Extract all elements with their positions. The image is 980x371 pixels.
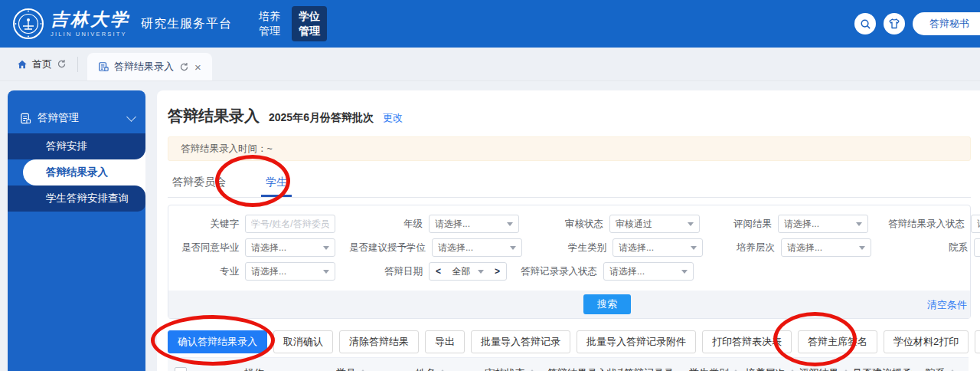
filter-footer: 搜索 清空条件 bbox=[168, 291, 970, 318]
col-audit-status[interactable]: 审核状态 bbox=[474, 358, 546, 371]
clear-defense-result-button[interactable]: 清除答辩结果 bbox=[339, 330, 419, 353]
sidebar-item-defense-arrangement[interactable]: 答辩安排 bbox=[8, 133, 145, 159]
filter-field-review-result: 评阅结果 请选择... bbox=[714, 215, 868, 233]
refresh-icon[interactable] bbox=[57, 59, 67, 69]
entry-time-notice: 答辩结果录入时间：~ bbox=[168, 136, 971, 161]
user-badge[interactable]: 答辩秘书 bbox=[913, 12, 980, 35]
filter-label: 答辩日期 bbox=[349, 265, 423, 278]
next-arrow[interactable]: > bbox=[495, 266, 500, 277]
active-route-tab[interactable]: 答辩结果录入 × bbox=[87, 53, 212, 80]
grade-select[interactable]: 请选择... bbox=[429, 215, 519, 233]
search-submit-button[interactable]: 搜索 bbox=[583, 294, 631, 314]
department-select[interactable]: 请选择... bbox=[974, 238, 980, 257]
col-suggest-degree[interactable]: 是否建议授予学位 bbox=[851, 358, 912, 371]
sidebar-item-student-defense-query[interactable]: 学生答辩安排查询 bbox=[8, 186, 145, 212]
filter-label: 是否同意毕业 bbox=[178, 241, 239, 254]
university-logo: 吉林大学 Jilin University bbox=[12, 8, 130, 40]
filter-label: 培养层次 bbox=[717, 241, 775, 254]
refresh-icon[interactable] bbox=[179, 62, 189, 72]
batch-import-attachments-button[interactable]: 批量导入答辩记录附件 bbox=[577, 330, 696, 353]
select-all-checkbox[interactable] bbox=[175, 367, 187, 371]
filter-field-keyword: 关键字 bbox=[178, 215, 335, 233]
university-name: 吉林大学 bbox=[51, 11, 130, 28]
confirm-result-entry-button[interactable]: 确认答辩结果录入 bbox=[168, 330, 267, 353]
export-button[interactable]: 导出 bbox=[425, 330, 465, 353]
tab-separator bbox=[77, 57, 78, 72]
col-record-entry[interactable]: 答辩记录录... bbox=[622, 358, 684, 371]
batch-label: 2025年6月份答辩批次 bbox=[269, 111, 374, 125]
col-name[interactable]: 姓名 bbox=[387, 358, 474, 371]
col-training-level[interactable]: 培养层次 bbox=[743, 358, 797, 371]
agree-graduate-select[interactable]: 请选择... bbox=[245, 238, 335, 257]
close-icon[interactable]: × bbox=[194, 61, 201, 73]
filter-label: 答辩结果录入状态 bbox=[882, 218, 965, 231]
header-right: 答辩秘书 bbox=[854, 12, 980, 35]
caret-down-icon bbox=[323, 270, 329, 274]
prev-arrow[interactable]: < bbox=[436, 266, 441, 277]
record-entry-status-select[interactable]: 请选择... bbox=[603, 262, 694, 281]
col-student-id[interactable]: 学号 bbox=[315, 358, 387, 371]
main-content: 答辩结果录入 2025年6月份答辩批次 更改 答辩结果录入时间：~ 答辩委员会 … bbox=[157, 90, 980, 371]
filter-label: 学生类别 bbox=[536, 241, 606, 254]
form-icon bbox=[98, 61, 109, 72]
chevron-down-icon bbox=[126, 112, 136, 122]
filter-label: 答辩记录录入状态 bbox=[521, 265, 597, 278]
search-button[interactable] bbox=[854, 13, 876, 34]
suggest-degree-select[interactable]: 请选择... bbox=[432, 238, 522, 257]
filter-panel: 关键字 年级 请选择... 审核状态 审核通过 bbox=[168, 205, 971, 319]
review-result-select[interactable]: 请选择... bbox=[778, 215, 868, 233]
caret-down-icon bbox=[688, 222, 694, 226]
select-all-header bbox=[168, 358, 194, 371]
filter-row: 是否同意毕业 请选择... 是否建议授予学位 请选择... 学生类别 bbox=[168, 238, 970, 257]
result-entry-status-select[interactable]: 请选择... bbox=[971, 215, 980, 233]
caret-down-icon bbox=[323, 246, 329, 250]
defense-result-entry-page: 吉林大学 Jilin University 研究生服务平台 培养 管理 学位 管… bbox=[0, 0, 980, 371]
tab-defense-committee[interactable]: 答辩委员会 bbox=[168, 169, 230, 197]
training-level-select[interactable]: 请选择... bbox=[781, 238, 871, 257]
caret-down-icon bbox=[856, 222, 862, 226]
sidebar-submenu: 答辩安排 答辩结果录入 学生答辩安排查询 bbox=[8, 133, 145, 212]
chair-signature-button[interactable]: 答辩主席签名 bbox=[798, 330, 877, 353]
home-tab[interactable]: 首页 bbox=[17, 57, 67, 71]
print-vote-form-button[interactable]: 打印答辩表决表 bbox=[702, 330, 792, 353]
degree-material2-print-button[interactable]: 学位材料2打印 bbox=[884, 330, 969, 353]
sidebar-group-defense-management[interactable]: 答辩管理 bbox=[8, 103, 145, 133]
caret-down-icon bbox=[478, 270, 484, 274]
home-icon bbox=[17, 59, 28, 70]
sidebar-item-defense-result-entry[interactable]: 答辩结果录入 bbox=[23, 159, 145, 186]
defense-record-form-button[interactable]: 答辩记录表 bbox=[975, 330, 980, 353]
sidebar: 答辩管理 答辩安排 答辩结果录入 学生答辩安排查询 bbox=[8, 90, 145, 371]
route-tabbar: 首页 答辩结果录入 × bbox=[0, 48, 980, 81]
change-batch-link[interactable]: 更改 bbox=[383, 111, 403, 125]
cancel-confirm-button[interactable]: 取消确认 bbox=[273, 330, 333, 353]
app-header: 吉林大学 Jilin University 研究生服务平台 培养 管理 学位 管… bbox=[0, 0, 980, 48]
action-buttons: 确认答辩结果录入 取消确认 清除答辩结果 导出 批量导入答辩记录 批量导入答辩记… bbox=[168, 330, 971, 353]
col-department[interactable]: 院系 bbox=[912, 358, 969, 371]
filter-field-defense-date: 答辩日期 < 全部 > bbox=[349, 262, 507, 281]
filter-label: 是否建议授予学位 bbox=[349, 241, 426, 254]
col-student-type[interactable]: 学生类别 bbox=[684, 358, 743, 371]
major-select[interactable]: 请选择... bbox=[245, 262, 335, 281]
col-result-entry-status[interactable]: 答辩结果录入状态 bbox=[546, 358, 622, 371]
filter-field-audit-status: 审核状态 审核通过 bbox=[533, 215, 700, 233]
nav-item-training[interactable]: 培养 管理 bbox=[252, 6, 287, 41]
defense-date-control[interactable]: < 全部 > bbox=[429, 262, 507, 281]
theme-button[interactable] bbox=[884, 13, 905, 34]
filter-label: 专业 bbox=[178, 265, 239, 278]
filter-field-department: 院系 请选择... bbox=[885, 238, 980, 257]
student-type-select[interactable]: 请选择... bbox=[612, 238, 703, 257]
col-operation: 操作 bbox=[194, 358, 315, 371]
batch-import-records-button[interactable]: 批量导入答辩记录 bbox=[471, 330, 570, 353]
page-title: 答辩结果录入 bbox=[168, 106, 260, 126]
tab-student[interactable]: 学生 bbox=[261, 169, 292, 197]
audit-status-select[interactable]: 审核通过 bbox=[609, 215, 700, 233]
filter-label: 院系 bbox=[885, 241, 968, 254]
caret-down-icon bbox=[681, 270, 688, 274]
clear-conditions-link[interactable]: 清空条件 bbox=[927, 298, 967, 312]
caret-down-icon bbox=[507, 222, 513, 226]
top-nav: 培养 管理 学位 管理 bbox=[252, 6, 327, 41]
filter-field-major: 专业 请选择... bbox=[178, 262, 335, 281]
keyword-input[interactable] bbox=[245, 215, 335, 233]
col-review-result[interactable]: 评阅结果 bbox=[797, 358, 851, 371]
nav-item-degree[interactable]: 学位 管理 bbox=[292, 6, 327, 41]
